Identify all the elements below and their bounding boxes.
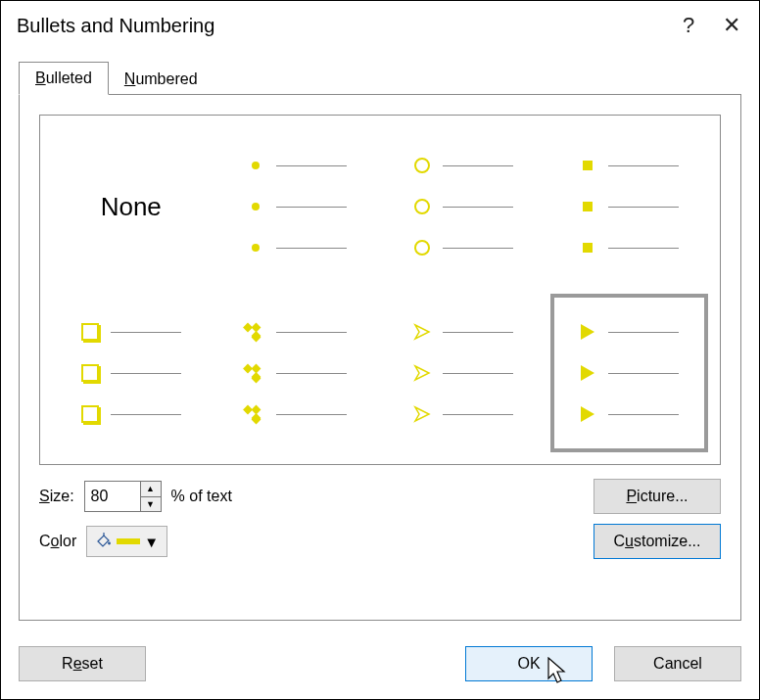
size-increment[interactable]: ▲ [141,482,161,497]
customize-button[interactable]: Customize... [594,524,721,559]
size-label: Size: [39,488,74,505]
dialog-title: Bullets and Numbering [17,15,667,37]
bullet-option-hollow-square[interactable] [48,290,214,456]
picture-button[interactable]: Picture... [594,479,721,514]
footer: Reset OK Cancel [1,632,759,699]
bulleted-panel: None Size: ▲ ▼ % of text Picture... [19,95,741,621]
bullet-option-arrow-outline[interactable] [380,290,546,456]
ok-button[interactable]: OK [465,646,593,681]
size-input[interactable] [85,482,140,511]
chevron-down-icon: ▼ [144,534,159,550]
tab-bulleted[interactable]: Bulleted [19,62,109,95]
bullet-option-filled-square[interactable] [546,123,713,290]
color-row: Color ▼ [39,526,574,557]
tabs: Bulleted Numbered [19,60,741,95]
bullet-option-none[interactable]: None [48,123,214,290]
tab-numbered[interactable]: Numbered [109,64,214,95]
bullet-option-filled-dot[interactable] [214,123,381,290]
color-picker[interactable]: ▼ [86,526,167,557]
bullet-style-grid: None [39,115,721,465]
size-row: Size: ▲ ▼ % of text [39,481,574,512]
close-button[interactable]: ✕ [710,6,753,45]
size-decrement[interactable]: ▼ [141,497,161,512]
controls: Size: ▲ ▼ % of text Picture... Color [39,479,721,559]
bullet-option-arrow-filled[interactable] [546,290,713,456]
reset-button[interactable]: Reset [19,646,146,681]
dialog-body: Bulleted Numbered None Size: ▲ ▼ [1,50,759,632]
color-label: Color [39,533,76,550]
color-swatch [117,538,140,544]
cancel-button[interactable]: Cancel [614,646,741,681]
svg-point-0 [108,541,111,544]
size-spinbox[interactable]: ▲ ▼ [84,481,162,512]
none-label: None [101,192,162,222]
titlebar: Bullets and Numbering ? ✕ [1,1,759,50]
bullet-option-four-diamonds[interactable] [214,290,381,456]
size-suffix: % of text [171,488,232,505]
bullet-option-hollow-ring[interactable] [380,123,546,290]
help-button[interactable]: ? [667,6,710,45]
bucket-icon [95,532,113,552]
bullets-numbering-dialog: Bullets and Numbering ? ✕ Bulleted Numbe… [0,0,760,700]
